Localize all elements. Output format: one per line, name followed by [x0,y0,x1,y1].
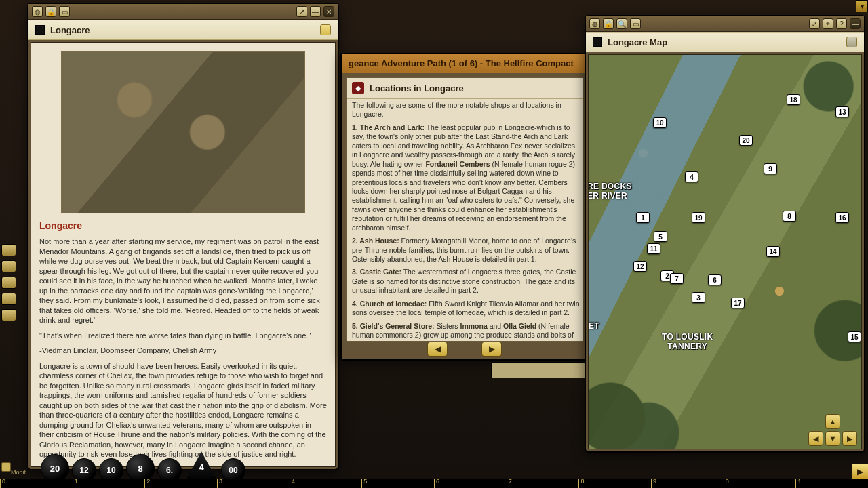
map-icon [593,37,602,47]
map-pin-16[interactable]: 16 [835,212,849,223]
map-pan-up-button[interactable]: ▲ [825,414,840,429]
map-pin-9[interactable]: 9 [764,163,777,174]
ruler-tick: 0 [724,479,796,488]
map-title-button[interactable] [846,37,857,47]
map-pin-19[interactable]: 19 [692,212,705,223]
target-icon[interactable]: ⌖ [823,18,833,29]
right-edge-play-button[interactable]: ▶ [852,464,868,480]
locations-title: Locations in Longacre [370,83,464,94]
shield-icon: ◆ [352,82,364,94]
locations-intro: The following are some of the more notab… [352,101,583,119]
map-label-tannery: TO LOUSLIKTANNERY [662,333,713,352]
longacre-p2: "That's when I realized there are worse … [39,331,327,341]
loc-entry-1: 1. The Arch and Lark: The least popular … [352,123,583,232]
map-pin-15[interactable]: 15 [848,331,861,342]
locations-inner: ◆ Locations in Longacre The following ar… [346,77,583,342]
rail-tool-4[interactable] [1,293,16,305]
locations-nav: ◀ ▶ [342,342,587,357]
map-pin-17[interactable]: 17 [731,298,745,308]
map-pan-left-button[interactable]: ◀ [808,431,823,446]
map-pin-7[interactable]: 7 [670,273,684,284]
window-resize-icon[interactable]: ⤢ [296,6,307,17]
longacre-p4: Longacre is a town of should-have-been h… [39,361,327,460]
ruler-tick: 8 [578,479,651,488]
map-pin-6[interactable]: 6 [708,274,722,285]
map-viewport[interactable]: 1813102049119816511141227631715 RE DOCKS… [589,55,861,449]
longacre-title-text: Longacre [50,25,90,35]
loc-entry-4: 4. Church of Iomedae: Fifth Sword Knight… [352,300,583,318]
book-icon[interactable]: ▭ [59,6,70,17]
globe-icon[interactable]: ◍ [589,18,600,29]
ruler-tick: 2 [144,479,217,488]
map-pan-down-button[interactable]: ▼ [825,431,840,446]
longacre-titlebar[interactable]: Longacre [28,20,338,40]
loc-entry-2: 2. Ash House: Formerly Moragatalli Manor… [352,237,583,264]
rail-tool-3[interactable] [1,277,16,289]
ruler-tick: 9 [651,479,724,488]
map-pin-4[interactable]: 4 [685,171,698,182]
ruler-tick: 7 [507,479,579,488]
loc-entry-5: 5. Gield's General Store: Sisters Immona… [352,322,583,341]
book-icon[interactable]: ▭ [630,18,641,29]
map-pan-controls: ▲ ◀ ▼ ▶ [808,414,857,446]
lock-icon[interactable]: 🔒 [45,6,56,17]
ruler-tick: 0 [0,479,73,488]
ruler-tick: 6 [434,479,507,488]
adventure-path-banner: geance Adventure Path (1 of 6) - The Hel… [342,54,587,73]
locations-window: geance Adventure Path (1 of 6) - The Hel… [340,53,589,361]
minimized-window[interactable] [491,362,586,378]
map-pin-14[interactable]: 14 [766,246,780,257]
longacre-window-controls: ◍ 🔒 ▭ ⤢ — ✕ [28,4,338,20]
modifier-label: Modif [11,469,26,476]
map-pin-11[interactable]: 11 [647,243,660,254]
next-page-button[interactable]: ▶ [481,342,502,357]
longacre-p1: Not more than a year after starting my s… [39,237,327,325]
rail-tool-1[interactable] [1,244,16,256]
prev-page-button[interactable]: ◀ [427,342,448,357]
locations-scroll[interactable]: The following are some of the more notab… [352,101,583,341]
ruler-tick: 3 [217,479,290,488]
map-pin-13[interactable]: 13 [835,106,849,117]
locations-header: ◆ Locations in Longacre [347,78,583,99]
map-label-et: ET [589,322,599,331]
unlock-icon[interactable] [1,462,11,472]
map-pan-right-button[interactable]: ▶ [842,431,857,446]
longacre-p3: -Viedman Linclair, Doomseer Company, Che… [39,346,327,356]
window-minimize-icon[interactable]: — [850,18,861,29]
map-pin-1[interactable]: 1 [636,212,650,223]
map-label-docks: RE DOCKSER RIVER [589,182,632,201]
rail-tool-2[interactable] [1,260,16,272]
longacre-scroll[interactable]: Longacre Not more than a year after star… [35,47,331,462]
map-trees [589,55,861,449]
longacre-title-button[interactable] [320,24,331,35]
map-pin-5[interactable]: 5 [654,231,667,242]
loc-entry-3: 3. Castle Gate: The westernmost of Longa… [352,268,583,295]
expand-icon[interactable]: ⤢ [809,18,820,29]
longacre-illustration [61,51,305,214]
doc-icon [35,25,45,35]
map-pin-18[interactable]: 18 [787,94,800,105]
map-pin-20[interactable]: 20 [739,135,753,146]
lock-icon[interactable]: 🔒 [603,18,614,29]
map-pin-12[interactable]: 12 [633,261,647,272]
map-pin-3[interactable]: 3 [692,292,705,303]
map-window: ◍ 🔒 🔍 ▭ ⤢ ⌖ ? — Longacre Map 18131020491… [585,15,865,453]
map-pin-10[interactable]: 10 [653,117,667,128]
rail-tool-5[interactable] [1,309,16,321]
search-icon[interactable]: 🔍 [616,18,627,29]
map-title-text: Longacre Map [608,37,667,47]
left-tool-rail [1,244,18,321]
map-titlebar[interactable]: Longacre Map [586,32,864,52]
map-pin-8[interactable]: 8 [783,211,796,222]
window-close-icon[interactable]: ✕ [323,6,334,17]
right-edge-tab[interactable]: ▾ [856,0,868,12]
help-icon[interactable]: ? [836,18,847,29]
ruler-tick: 1 [73,479,145,488]
bottom-ruler: 012345678901 [0,479,868,488]
ruler-tick: 4 [290,479,362,488]
ruler-tick: 1 [795,479,868,488]
longacre-heading: Longacre [39,220,327,231]
map-window-controls: ◍ 🔒 🔍 ▭ ⤢ ⌖ ? — [586,16,864,32]
globe-icon[interactable]: ◍ [32,6,43,17]
window-minimize-icon[interactable]: — [310,6,321,17]
